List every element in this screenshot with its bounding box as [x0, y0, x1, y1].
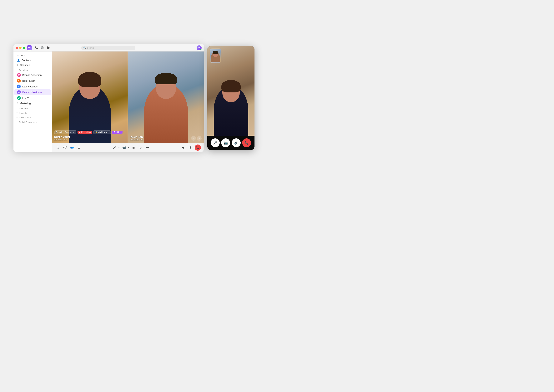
- mic-dropdown-arrow[interactable]: ▼: [118, 147, 120, 148]
- sidebar-label-contacts: Contacts: [22, 59, 31, 62]
- mobile-speaker-button[interactable]: 🔊: [232, 138, 241, 147]
- chat-button[interactable]: 💬: [62, 145, 68, 151]
- video-icon[interactable]: 🎥: [47, 46, 50, 49]
- lori-label: Lori Yee: [22, 97, 31, 99]
- apps-button[interactable]: ⊡: [76, 145, 82, 151]
- more-button[interactable]: •••: [144, 145, 151, 151]
- kevin-silhouette: [139, 70, 193, 143]
- sidebar: ✉ Inbox 👤 Contacts # Channels ▼ Favorite…: [14, 51, 52, 152]
- dropdown-arrow-icon: ▼: [73, 132, 75, 133]
- end-call-button[interactable]: 📞: [195, 145, 201, 151]
- minimize-button[interactable]: [19, 47, 22, 49]
- sidebar-item-lori[interactable]: LY Lori Yee: [14, 95, 51, 101]
- channels-icon: #: [17, 64, 18, 66]
- scene: W 📞 💬 🎥 🔍 Search U ✉ Inbox 👤: [14, 44, 264, 152]
- mobile-thumbnail: [210, 49, 221, 63]
- mobile-end-call-button[interactable]: 📞: [242, 138, 251, 147]
- app-body: ✉ Inbox 👤 Contacts # Channels ▼ Favorite…: [14, 51, 204, 152]
- mic-button[interactable]: 🎤: [111, 145, 117, 151]
- channels-chevron: ▼: [16, 107, 18, 109]
- settings-button[interactable]: ⚙: [187, 145, 194, 151]
- emoji-button[interactable]: ☺: [137, 145, 144, 151]
- user-avatar[interactable]: U: [197, 45, 201, 50]
- channels-section-header: ▼ Channels: [14, 106, 52, 110]
- sidebar-item-danny[interactable]: DC Danny Cortes: [14, 84, 51, 89]
- right-controls: ⏺ ⚙ 📞: [180, 145, 201, 151]
- title-bar-search[interactable]: 🔍 Search: [81, 46, 135, 50]
- video-participant-kristin: Kristin Carlel Aerolabs, Inc. 🎤 ⋯ Organi…: [52, 51, 128, 143]
- kevin-name: Kevin Kare: [130, 135, 144, 138]
- kristin-info: Kristin Carlel Aerolabs, Inc.: [54, 135, 70, 141]
- lock-icon: 🔒: [95, 131, 98, 133]
- favorites-chevron: ▼: [16, 69, 18, 71]
- left-controls: ℹ 💬 👥 ⊡: [55, 145, 82, 151]
- kevin-more-btn[interactable]: ↓: [191, 136, 196, 141]
- controls-bar: ℹ 💬 👥 ⊡ 🎤 ▼ 📹 ▼: [52, 143, 204, 152]
- call-centers-section-header: ▼ Call Centers: [14, 115, 52, 119]
- call-locked-badge: 🔒 Call Locked: [94, 131, 111, 134]
- enabled-badge: Enabled: [112, 131, 122, 134]
- camera-dropdown-arrow[interactable]: ▼: [127, 147, 130, 148]
- video-area: Kristin Carlel Aerolabs, Inc. 🎤 ⋯ Organi…: [52, 51, 204, 152]
- kristin-name: Kristin Carlel: [54, 135, 70, 138]
- organizer-controls-button[interactable]: Organizer Controls ▼: [54, 131, 76, 134]
- video-control-group: 📹 ▼: [121, 145, 130, 151]
- marketing-label: Marketing: [20, 102, 31, 105]
- recents-section-header: ▼ Recents: [14, 110, 52, 115]
- traffic-lights: [16, 47, 25, 49]
- danny-avatar: DC: [17, 84, 21, 88]
- lori-avatar: LY: [17, 96, 21, 100]
- message-icon[interactable]: 💬: [41, 46, 44, 49]
- kristin-org: Aerolabs, Inc.: [54, 138, 70, 141]
- mic-control-group: 🎤 ▼: [111, 145, 120, 151]
- sidebar-item-kendal[interactable]: KN Kendal Needham: [14, 89, 51, 95]
- brenda-label: Brenda Anderson: [22, 74, 42, 77]
- kevin-info-btn[interactable]: ℹ: [197, 136, 201, 141]
- camera-button[interactable]: 📹: [121, 145, 127, 151]
- title-bar: W 📞 💬 🎥 🔍 Search U: [14, 44, 204, 51]
- contacts-icon: 👤: [17, 59, 20, 62]
- inbox-icon: ✉: [17, 54, 19, 57]
- sidebar-item-brenda[interactable]: BA Brenda Anderson: [14, 72, 51, 78]
- video-grid: Kristin Carlel Aerolabs, Inc. 🎤 ⋯ Organi…: [52, 51, 204, 143]
- marketing-icon: #: [17, 102, 18, 105]
- sidebar-item-contacts[interactable]: 👤 Contacts: [14, 58, 51, 63]
- thumbnail-person: [211, 50, 220, 63]
- kevin-org: Aerolabs, Inc.: [130, 138, 144, 141]
- kendal-avatar: KN: [17, 90, 21, 94]
- video-participant-kevin: Kevin Kare Aerolabs, Inc. ↓ ℹ: [128, 51, 204, 143]
- maximize-button[interactable]: [23, 47, 25, 49]
- search-placeholder: Search: [87, 47, 94, 49]
- danny-label: Danny Cortes: [22, 85, 37, 88]
- sidebar-item-ben[interactable]: BP Ben Parker: [14, 78, 51, 84]
- main-window: W 📞 💬 🎥 🔍 Search U ✉ Inbox 👤: [14, 44, 204, 152]
- digital-engagement-chevron: ▼: [16, 121, 18, 123]
- badges-row: Organizer Controls ▼ ⏺ Recording 🔒 Call …: [54, 131, 122, 134]
- mobile-camera-button[interactable]: 📷: [221, 138, 230, 147]
- ben-label: Ben Parker: [22, 79, 35, 82]
- thumbnail-bg: [210, 49, 221, 63]
- kendal-label: Kendal Needham: [22, 91, 42, 94]
- kevin-actions: ↓ ℹ: [191, 136, 201, 141]
- call-centers-chevron: ▼: [16, 117, 18, 119]
- ben-avatar: BP: [17, 79, 21, 83]
- recents-chevron: ▼: [16, 112, 18, 114]
- info-button[interactable]: ℹ: [55, 145, 61, 151]
- sidebar-item-inbox[interactable]: ✉ Inbox: [14, 53, 51, 58]
- digital-engagement-section-header: ▼ Digital Engagement: [14, 119, 52, 124]
- sidebar-label-inbox: Inbox: [21, 54, 27, 57]
- kevin-video: [128, 51, 204, 143]
- mobile-mic-button[interactable]: 🎤: [211, 138, 220, 147]
- kristin-video: [52, 51, 128, 143]
- sidebar-item-channels[interactable]: # Channels: [14, 63, 51, 67]
- mobile-controls: 🎤 📷 🔊 📞: [207, 136, 254, 150]
- participants-button[interactable]: 👥: [69, 145, 75, 151]
- sidebar-label-channels: Channels: [20, 64, 30, 66]
- close-button[interactable]: [16, 47, 18, 49]
- sidebar-item-marketing[interactable]: # Marketing: [14, 101, 51, 106]
- layout-button[interactable]: ⊞: [131, 145, 137, 151]
- center-controls: 🎤 ▼ 📹 ▼ ⊞ ☺ •••: [83, 145, 179, 151]
- record-button[interactable]: ⏺: [180, 145, 186, 151]
- phone-icon[interactable]: 📞: [35, 46, 38, 49]
- title-bar-icons: 📞 💬 🎥: [35, 46, 50, 49]
